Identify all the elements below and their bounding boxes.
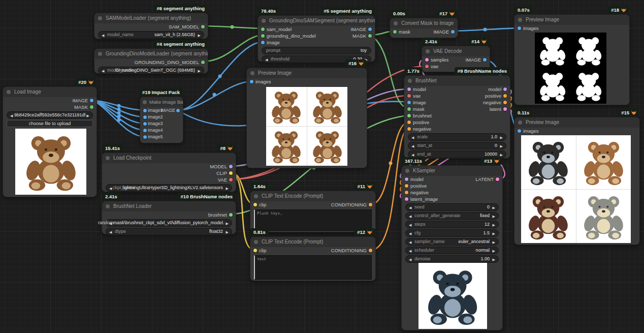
input-port-brushnet[interactable] — [407, 114, 411, 117]
widget-sampler-name[interactable]: ◀sampler_nameeuler_ancestral▶ — [405, 238, 499, 246]
output-port-conditioning[interactable] — [369, 249, 372, 252]
increment-arrow-icon[interactable]: ▶ — [226, 185, 229, 192]
decrement-arrow-icon[interactable]: ◀ — [409, 213, 411, 220]
increment-arrow-icon[interactable]: ▶ — [500, 143, 503, 149]
input-port-images[interactable] — [250, 80, 253, 83]
node-clip-text-encode-positive[interactable]: 1.64s #11 CLIP Text Encode (Prompt) clip… — [250, 191, 376, 232]
node-grounding-dino-loader[interactable]: #4 segment anything GroundingDinoModelLo… — [94, 48, 208, 74]
collapse-dot-icon[interactable] — [518, 120, 522, 125]
node-title[interactable]: Preview Image — [514, 117, 639, 128]
widget-scheduler[interactable]: ◀schedulernormal▶ — [405, 247, 499, 254]
output-port-image[interactable] — [368, 27, 372, 31]
node-sam-segment[interactable]: 78.40s #5 segment anything GroundingDino… — [257, 15, 375, 62]
widget-start-at[interactable]: ◀start_at0▶ — [408, 142, 506, 149]
input-port-negative[interactable] — [407, 127, 411, 131]
node-title[interactable]: GroundingDinoModelLoader (segment anythi… — [94, 49, 208, 59]
node-title[interactable]: SAMModelLoader (segment anything) — [94, 13, 208, 23]
node-title[interactable]: BrushNet — [404, 76, 510, 86]
collapse-dot-icon[interactable] — [250, 71, 254, 75]
increment-arrow-icon[interactable]: ▶ — [226, 229, 229, 235]
decrement-arrow-icon[interactable]: ◀ — [109, 185, 112, 192]
increment-arrow-icon[interactable]: ▶ — [493, 204, 495, 211]
input-port-negative[interactable] — [405, 191, 408, 194]
input-port-images[interactable] — [518, 129, 521, 133]
input-port-mask[interactable] — [407, 107, 411, 111]
input-port-positive[interactable] — [405, 184, 408, 188]
decrement-arrow-icon[interactable]: ◀ — [10, 112, 13, 119]
input-port-model[interactable] — [407, 87, 411, 91]
input-port-images[interactable] — [518, 26, 521, 30]
input-port-positive[interactable] — [407, 120, 411, 124]
node-title[interactable]: Load Checkpoint — [102, 153, 236, 163]
output-port-vae[interactable] — [229, 178, 233, 181]
output-port-negative[interactable] — [503, 101, 507, 104]
increment-arrow-icon[interactable]: ▶ — [493, 239, 495, 246]
collapse-dot-icon[interactable] — [143, 100, 147, 104]
collapse-dot-icon[interactable] — [394, 21, 398, 25]
prompt-textarea[interactable]: Plush toys, — [254, 209, 372, 231]
increment-arrow-icon[interactable]: ▶ — [198, 68, 201, 74]
increment-arrow-icon[interactable]: ▶ — [87, 112, 89, 119]
output-port-model[interactable] — [229, 165, 233, 168]
widget-model-name[interactable]: ◀model_namesam_vit_h (2.56GB)▶ — [98, 31, 204, 39]
output-port-grounding-dino-model[interactable] — [201, 60, 205, 64]
output-port-clip[interactable] — [229, 171, 233, 175]
decrement-arrow-icon[interactable]: ◀ — [409, 230, 411, 237]
node-title[interactable]: CLIP Text Encode (Prompt) — [250, 237, 375, 247]
input-port-latent-image[interactable] — [405, 197, 408, 201]
output-port-image[interactable] — [90, 99, 93, 102]
decrement-arrow-icon[interactable]: ◀ — [109, 229, 112, 235]
input-port-sam-model[interactable] — [261, 27, 265, 31]
node-title[interactable]: Preview Image — [247, 68, 367, 78]
node-load-image[interactable]: #20 Load Image IMAGE MASK ◀9b8429ce2aff5… — [3, 86, 97, 197]
increment-arrow-icon[interactable]: ▶ — [500, 134, 503, 141]
collapse-dot-icon[interactable] — [254, 194, 258, 198]
choose-file-button[interactable]: choose file to upload — [7, 120, 93, 127]
input-port-image5[interactable] — [143, 135, 147, 139]
node-preview-image-15[interactable]: 0.11s #15 Preview Image images — [514, 117, 640, 245]
decrement-arrow-icon[interactable]: ◀ — [109, 220, 112, 227]
node-title[interactable]: Load Image — [3, 87, 96, 97]
input-port-image[interactable] — [261, 41, 265, 44]
output-port-mask[interactable] — [90, 105, 93, 109]
output-port-positive[interactable] — [503, 94, 507, 98]
decrement-arrow-icon[interactable]: ◀ — [409, 204, 411, 211]
widget-brushnet-model[interactable]: random◀mask\brushnet_ckpt_sdxl_v0\diffus… — [106, 219, 232, 227]
output-port-latent[interactable] — [503, 107, 507, 111]
node-title[interactable]: CLIP Text Encode (Prompt) — [250, 191, 375, 201]
decrement-arrow-icon[interactable]: ◀ — [409, 222, 411, 228]
input-port-image4[interactable] — [143, 129, 147, 132]
collapse-dot-icon[interactable] — [98, 52, 102, 56]
node-preview-image-18[interactable]: 0.07s #18 Preview Image images — [514, 14, 630, 105]
node-sam-model-loader[interactable]: #6 segment anything SAMModelLoader (segm… — [94, 13, 208, 39]
widget-control-after-generate[interactable]: ◀control_after_generatefixed▶ — [405, 212, 499, 220]
widget-ckpt-name[interactable]: ◀ckpt_namelightningUltraHyperSD_lightnin… — [106, 184, 232, 192]
output-port-mask[interactable] — [368, 34, 372, 38]
decrement-arrow-icon[interactable]: ◀ — [411, 143, 414, 149]
input-port-mask[interactable] — [393, 30, 397, 34]
node-make-image-batch[interactable]: #19 Impact Pack Make Image Batch image1I… — [140, 97, 183, 143]
output-port-image[interactable] — [483, 58, 487, 62]
input-port-clip[interactable] — [253, 203, 257, 206]
node-title[interactable]: BrushNet Loader — [102, 201, 236, 211]
widget-prompt[interactable]: prompttoy — [262, 47, 371, 54]
input-port-vae[interactable] — [425, 65, 429, 68]
input-port-image2[interactable] — [143, 115, 147, 119]
node-preview-image-16[interactable]: #16 Preview Image images — [246, 68, 367, 168]
widget-dtype[interactable]: ◀dtypefloat32▶ — [106, 228, 232, 235]
output-port-brushnet[interactable] — [229, 213, 233, 217]
collapse-dot-icon[interactable] — [106, 156, 110, 160]
widget-model-name[interactable]: ◀model_nameGroundingDINO_SwinT_OGC (694M… — [98, 67, 204, 74]
collapse-dot-icon[interactable] — [106, 204, 110, 208]
collapse-dot-icon[interactable] — [408, 79, 412, 83]
decrement-arrow-icon[interactable]: ◀ — [409, 256, 411, 263]
node-brushnet-loader[interactable]: 2.41s #10 BrushName nodes BrushNet Loade… — [102, 201, 236, 234]
increment-arrow-icon[interactable]: ▶ — [198, 32, 201, 39]
decrement-arrow-icon[interactable]: ◀ — [265, 56, 268, 63]
input-port-image3[interactable] — [143, 122, 147, 126]
node-title[interactable]: Convert Mask to Image — [390, 18, 458, 28]
widget-scale[interactable]: ◀scale1.0▶ — [408, 133, 506, 141]
collapse-dot-icon[interactable] — [254, 240, 258, 244]
node-title[interactable]: KSampler — [402, 166, 502, 176]
node-brushnet[interactable]: 1.77s #9 BrushName nodes BrushNet modelm… — [404, 75, 510, 159]
